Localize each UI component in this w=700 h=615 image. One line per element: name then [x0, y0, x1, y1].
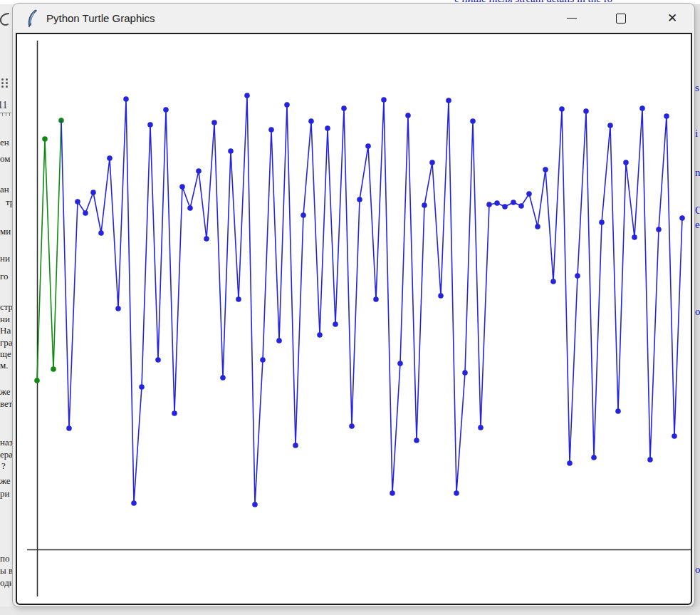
left-text-fragment: ен — [0, 138, 9, 147]
left-text-fragment: гра — [0, 338, 13, 347]
maximize-icon — [616, 14, 626, 24]
minimize-icon — [567, 18, 577, 19]
left-text-fragment: вет — [0, 399, 13, 408]
left-text-fragment: го — [0, 272, 9, 281]
ruler-ticks — [0, 113, 11, 116]
close-button[interactable]: ✕ — [657, 4, 688, 33]
right-text-fragment: s — [695, 83, 699, 93]
left-text-fragment: На — [0, 326, 11, 335]
right-text-fragment: n — [695, 167, 700, 177]
left-text-fragment: ми — [0, 227, 11, 236]
left-text-fragment: ера — [0, 450, 13, 459]
left-text-fragment: по — [0, 554, 9, 563]
drag-handle-dots-icon — [1, 78, 9, 88]
left-text-fragment: ан — [0, 185, 9, 194]
left-text-fragment: ? — [1, 461, 6, 470]
close-icon: ✕ — [667, 12, 677, 24]
minimize-button[interactable] — [556, 4, 587, 33]
left-text-fragment: же — [0, 387, 11, 396]
python-feather-icon — [26, 9, 38, 28]
screen: { "window": { "title": "Python Turtle Gr… — [0, 0, 700, 615]
left-text-fragment: ще — [0, 349, 11, 358]
clipped-cursor-glyph — [0, 13, 11, 29]
left-text-fragment: одн — [0, 578, 14, 587]
right-text-fragment: о — [695, 564, 700, 574]
page-number: 11 — [0, 100, 7, 111]
maximize-button[interactable] — [605, 4, 637, 33]
turtle-canvas — [16, 33, 692, 605]
left-text-fragment: ни — [0, 254, 10, 263]
turtle-line-chart — [17, 34, 691, 604]
window-title: Python Turtle Graphics — [46, 12, 155, 24]
left-text-fragment: ом — [0, 154, 10, 163]
left-text-fragment: же — [0, 476, 11, 485]
left-text-fragment: м. — [0, 361, 8, 370]
right-text-fragment: С — [695, 205, 700, 215]
left-text-fragment: ни — [0, 314, 10, 324]
right-text-fragment: i — [695, 128, 698, 138]
left-text-fragment: стр — [0, 302, 13, 311]
background-page-bottom-edge — [0, 606, 700, 615]
titlebar[interactable]: Python Turtle Graphics ✕ — [13, 4, 694, 33]
turtle-graphics-window: Python Turtle Graphics ✕ — [13, 4, 694, 606]
left-text-fragment: ы в — [0, 566, 13, 575]
right-text-fragment: о — [695, 306, 700, 316]
left-text-fragment: наз — [0, 438, 13, 447]
left-text-fragment: ри — [0, 489, 9, 498]
right-text-fragment: е — [695, 219, 700, 229]
